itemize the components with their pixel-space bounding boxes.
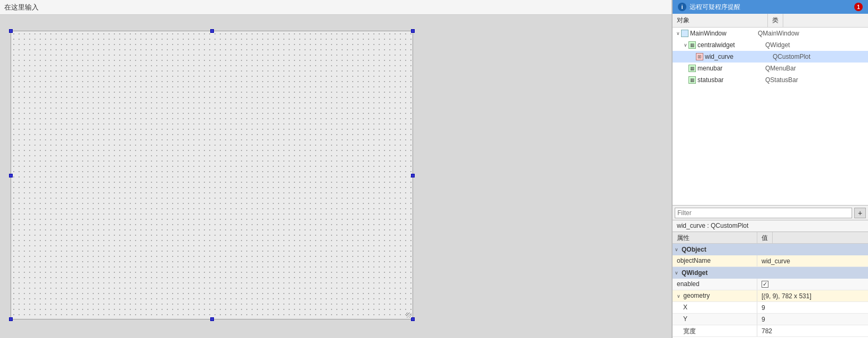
handle-mid-right[interactable]: [411, 174, 415, 177]
icon-mainwindow: [681, 30, 688, 37]
prop-x-label: X: [673, 302, 757, 313]
inspector-tree[interactable]: ∨ MainWindow QMainWindow ∨ ▦ centralwidg…: [673, 28, 868, 205]
section-qobject-label: QObject: [682, 246, 706, 253]
property-title-bar: wid_curve : QCustomPlot: [673, 220, 868, 232]
enabled-checkbox[interactable]: ✓: [762, 281, 768, 288]
filter-bar: +: [673, 206, 868, 220]
section-qobject[interactable]: ∨ QObject: [673, 244, 868, 255]
tree-item-mainwindow[interactable]: ∨ MainWindow QMainWindow: [673, 28, 868, 39]
property-section: + wid_curve : QCustomPlot 属性 值 ∨ QObject…: [673, 206, 868, 338]
prop-col-property: 属性: [673, 232, 757, 243]
handle-bot-mid[interactable]: [210, 317, 214, 321]
prop-x-value[interactable]: 9: [757, 302, 868, 313]
canvas-toolbar: 在这里输入: [0, 0, 672, 15]
form-widget[interactable]: [11, 31, 413, 319]
handle-bot-right[interactable]: [411, 317, 415, 321]
class-mainwindow: QMainWindow: [758, 30, 799, 37]
notification-bar[interactable]: i 远程可疑程序提醒 1: [673, 0, 868, 14]
icon-centralwidget: ▦: [688, 41, 696, 49]
section-qwidget[interactable]: ∨ QWidget: [673, 267, 868, 279]
tree-item-wid-curve[interactable]: ⊞ wid_curve QCustomPlot: [673, 51, 868, 63]
arrow-menubar: [682, 65, 688, 72]
resize-indicator: [406, 313, 411, 318]
object-inspector: 对象 类 ∨ MainWindow QMainWindow ∨ ▦ centra…: [673, 14, 868, 206]
col-class-header: 类: [768, 14, 783, 27]
prop-row-objectname[interactable]: objectName wid_curve: [673, 255, 868, 267]
right-panel: i 远程可疑程序提醒 1 对象 类 ∨ MainWindow QMainWind…: [672, 0, 868, 338]
prop-geometry-label: ∨ geometry: [673, 290, 757, 301]
arrow-wid-curve: [690, 54, 696, 60]
property-table[interactable]: 属性 值 ∨ QObject objectName wid_curve ∨ QW…: [673, 232, 868, 338]
prop-y-label: Y: [673, 314, 757, 325]
icon-statusbar: ▦: [688, 76, 696, 84]
prop-row-x[interactable]: X 9: [673, 302, 868, 314]
name-menubar: menubar: [697, 65, 761, 72]
prop-geometry-value: [(9, 9), 782 x 531]: [757, 290, 868, 301]
icon-menubar: ▦: [688, 65, 696, 72]
canvas-area[interactable]: [0, 15, 672, 338]
class-menubar: QMenuBar: [765, 65, 796, 72]
prop-objectname-label: objectName: [673, 255, 757, 266]
prop-row-width[interactable]: 宽度 782: [673, 325, 868, 337]
notification-icon: i: [678, 3, 686, 11]
notification-badge: 1: [854, 3, 863, 11]
class-wid-curve: QCustomPlot: [773, 53, 810, 60]
icon-wid-curve: ⊞: [696, 53, 703, 60]
arrow-statusbar: [682, 77, 688, 83]
arrow-mainwindow[interactable]: ∨: [675, 30, 681, 37]
class-statusbar: QStatusBar: [765, 76, 798, 84]
prop-width-label: 宽度: [673, 325, 757, 336]
name-wid-curve: wid_curve: [705, 53, 768, 60]
tree-item-menubar[interactable]: ▦ menubar QMenuBar: [673, 63, 868, 74]
prop-enabled-value[interactable]: ✓: [757, 279, 868, 290]
prop-row-y[interactable]: Y 9: [673, 314, 868, 325]
handle-top-right[interactable]: [411, 29, 415, 33]
col-object-header: 对象: [673, 14, 768, 27]
geometry-expand-arrow[interactable]: ∨: [677, 293, 681, 299]
class-centralwidget: QWidget: [765, 41, 790, 49]
tree-item-statusbar[interactable]: ▦ statusbar QStatusBar: [673, 74, 868, 86]
handle-bot-left[interactable]: [9, 317, 13, 321]
name-mainwindow: MainWindow: [690, 30, 754, 37]
property-header-row: 属性 值: [673, 232, 868, 244]
prop-width-value[interactable]: 782: [757, 325, 868, 336]
tree-item-centralwidget[interactable]: ∨ ▦ centralwidget QWidget: [673, 39, 868, 51]
filter-input[interactable]: [675, 208, 852, 218]
handle-top-left[interactable]: [9, 29, 13, 33]
filter-add-button[interactable]: +: [854, 208, 866, 218]
prop-col-value: 值: [757, 232, 773, 243]
left-panel: 在这里输入: [0, 0, 672, 338]
notification-text: 远程可疑程序提醒: [690, 3, 740, 12]
section-qobject-arrow: ∨: [675, 247, 678, 252]
canvas-label: 在这里输入: [4, 3, 39, 12]
prop-y-value[interactable]: 9: [757, 314, 868, 325]
section-qwidget-arrow: ∨: [675, 270, 678, 275]
section-qwidget-label: QWidget: [682, 269, 708, 277]
prop-enabled-label: enabled: [673, 279, 757, 290]
prop-row-geometry[interactable]: ∨ geometry [(9, 9), 782 x 531]: [673, 290, 868, 302]
prop-row-enabled[interactable]: enabled ✓: [673, 279, 868, 290]
arrow-centralwidget[interactable]: ∨: [682, 42, 688, 48]
name-statusbar: statusbar: [697, 76, 761, 84]
prop-objectname-value[interactable]: wid_curve: [757, 255, 868, 266]
handle-mid-left[interactable]: [9, 174, 13, 177]
handle-top-mid[interactable]: [210, 29, 214, 33]
name-centralwidget: centralwidget: [697, 41, 761, 49]
inspector-header: 对象 类: [673, 14, 868, 28]
